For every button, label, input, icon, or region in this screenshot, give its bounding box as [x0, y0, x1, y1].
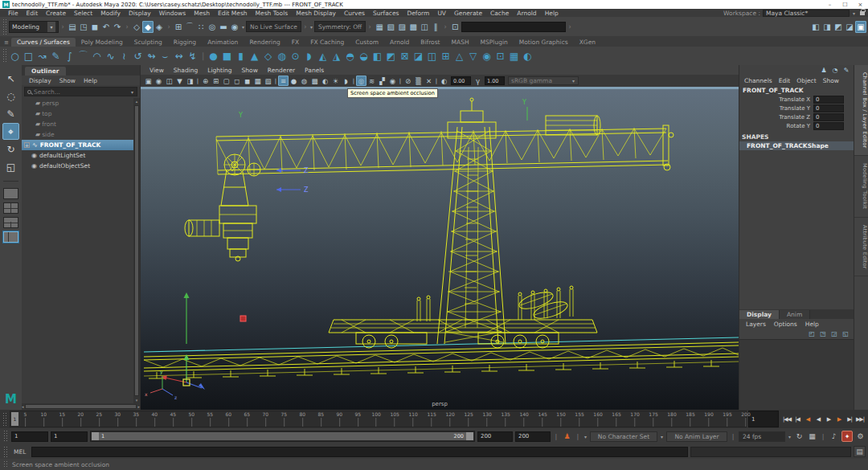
menu-display[interactable]: Display [125, 10, 155, 17]
bevel-icon[interactable]: ◧ [371, 48, 384, 63]
layer-menu-layers[interactable]: Layers [742, 321, 770, 328]
select-by-object-type-icon[interactable]: ◆ [142, 21, 154, 33]
menu-uv[interactable]: UV [433, 10, 450, 17]
render-view-icon[interactable]: ▦ [374, 21, 385, 33]
motion-blur-icon[interactable]: ≋ [366, 76, 377, 86]
make-object-live-icon[interactable]: ◉ [229, 21, 240, 33]
mel-toggle[interactable]: MEL [11, 448, 29, 456]
single-pane-layout-button[interactable] [3, 188, 18, 199]
select-camera-icon[interactable]: ▣ [143, 76, 154, 86]
group-separator[interactable]: › [124, 23, 130, 31]
attribute-editor-toggle-icon[interactable]: ◧ [810, 21, 821, 33]
depth-of-field-icon[interactable]: ◉ [387, 76, 398, 86]
tool-settings-toggle-icon[interactable]: ◨ [821, 21, 833, 33]
layer-tab-display[interactable]: Display [739, 310, 780, 319]
shelf-tab-custom[interactable]: Custom [350, 38, 384, 47]
panel-menu-renderer[interactable]: Renderer [263, 67, 300, 74]
range-fill[interactable] [92, 432, 473, 440]
menu-generate[interactable]: Generate [450, 10, 486, 17]
att-value-field[interactable]: 0 [813, 96, 844, 104]
layer-from-selected-ref-icon[interactable]: ◱ [841, 329, 850, 338]
wireframe-icon[interactable]: ≡ [278, 76, 289, 86]
detach-surfaces-icon[interactable]: ▽ [466, 48, 480, 63]
birail-icon[interactable]: ◓ [343, 48, 357, 63]
multisample-aa-icon[interactable]: ▞ [377, 76, 387, 86]
step-back-key-button[interactable]: ◀ [803, 413, 813, 425]
curve-fillet-icon[interactable]: ↯ [186, 48, 199, 63]
shelf-tab-poly-modeling[interactable]: Poly Modeling [76, 38, 129, 47]
tab-outliner[interactable]: Outliner [25, 67, 66, 76]
wireframe-on-shaded-icon[interactable]: ◍ [299, 76, 309, 86]
gate-mask-icon[interactable]: ◼ [242, 76, 252, 86]
lock-workspace-icon[interactable] [860, 11, 865, 15]
layer-tab-anim[interactable]: Anim [780, 310, 810, 319]
outliner-item-persp[interactable]: + persp [22, 98, 133, 108]
close-button[interactable]: × [853, 2, 868, 8]
expand-icon[interactable]: + [24, 142, 30, 148]
gamma-field[interactable]: 1.00 [485, 76, 505, 85]
insert-knot-icon[interactable]: ↺ [131, 48, 145, 63]
2d-pan-zoom-icon[interactable]: ⊕ [200, 76, 211, 86]
outliner-persp-layout-button[interactable] [3, 231, 18, 243]
live-surface-field[interactable]: No Live Surface [246, 21, 301, 32]
outliner-vertical-scrollbar[interactable]: ▴ ▾ [133, 98, 140, 403]
menu-edit[interactable]: Edit [23, 10, 43, 17]
outliner-menu-help[interactable]: Help [80, 77, 101, 84]
time-ruler[interactable]: 1 51015202530354045505560657075808590951… [10, 411, 747, 427]
clip-editor-icon[interactable]: ▦ [807, 431, 817, 442]
command-input[interactable] [31, 447, 688, 457]
menu-mesh[interactable]: Mesh [190, 10, 214, 17]
safe-action-icon[interactable]: ▧ [263, 76, 273, 86]
nurbs-plane-icon[interactable]: ◇ [261, 48, 275, 63]
modeling-toolkit-toggle-icon[interactable]: ◪ [844, 21, 855, 33]
open-scene-icon[interactable]: ◳ [78, 21, 89, 33]
workspace-dropdown[interactable]: Maya Classic* [763, 10, 850, 17]
att-value-field[interactable]: 0 [813, 104, 844, 112]
sidebar-tab-attribute-editor[interactable]: Attribute Editor [854, 218, 868, 277]
snap-to-point-icon[interactable]: ∷ [195, 21, 207, 33]
panel-menu-view[interactable]: View [145, 67, 169, 74]
rebuild-curve-icon[interactable]: ↭ [172, 48, 186, 63]
range-slider-grip[interactable] [3, 430, 7, 443]
shelf-tab-bifrost[interactable]: Bifrost [415, 38, 445, 47]
revolve-icon[interactable]: ⊙ [289, 48, 302, 63]
bookmarks-icon[interactable]: ▼ [174, 76, 185, 86]
speed-control-icon[interactable]: ◔ [830, 66, 840, 76]
set-key-character-icon[interactable]: ♟ [562, 431, 572, 442]
group-separator[interactable]: › [442, 23, 448, 31]
shelf-tab-curves-surfaces[interactable]: Curves / Surfaces [11, 38, 76, 47]
nurbs-cube-icon[interactable]: ■ [220, 48, 234, 63]
exposure-field[interactable]: 0.00 [451, 76, 471, 85]
select-tool[interactable]: ↖ [2, 70, 19, 87]
four-pane-layout-button[interactable] [3, 202, 18, 214]
object-details-icon[interactable]: ⊡ [449, 21, 461, 33]
group-separator[interactable]: › [59, 23, 66, 31]
channel-box-toggle-icon[interactable]: ◩ [833, 21, 844, 33]
outliner-item-defaultobjectset[interactable]: + defaultObjectSet [22, 161, 133, 171]
shelf-tab-motion-graphics[interactable]: Motion Graphics [514, 38, 574, 47]
outliner-item-defaultlightset[interactable]: + defaultLightSet [22, 150, 133, 161]
animation-preferences-icon[interactable]: ⚙ [855, 431, 866, 442]
shelf-tab-mash[interactable]: MASH [446, 38, 475, 47]
screen-space-ao-icon[interactable]: ◎ [356, 76, 366, 86]
menu-set-dropdown[interactable]: Modeling▾ [9, 21, 59, 33]
outliner-search-input[interactable]: Search... ▾ [24, 87, 137, 96]
scale-tool[interactable]: ◱ [2, 158, 19, 175]
untrim-icon[interactable]: ◫ [425, 48, 439, 63]
go-to-start-button[interactable]: |◀◀ [782, 413, 792, 425]
sound-toggle-icon[interactable]: ♪ [829, 431, 839, 442]
channel-menu-edit[interactable]: Edit [776, 77, 794, 84]
extend-curve-icon[interactable]: ↬ [145, 48, 158, 63]
two-point-arc-icon[interactable]: ◠ [90, 48, 104, 63]
field-chart-icon[interactable]: ▦ [252, 76, 263, 86]
maximize-button[interactable]: ☐ [837, 2, 853, 8]
planar-icon[interactable]: ◭ [316, 48, 330, 63]
shelf-grip[interactable] [2, 48, 6, 63]
menu-cache[interactable]: Cache [486, 10, 513, 17]
shelf-tab-rendering[interactable]: Rendering [244, 38, 285, 47]
range-start-handle[interactable] [92, 432, 99, 440]
panel-menu-panels[interactable]: Panels [300, 67, 329, 74]
lasso-select-tool[interactable]: ◌ [2, 88, 19, 104]
scroll-left-icon[interactable]: ◂ [22, 403, 24, 410]
rebuild-surface-icon[interactable]: ▦ [507, 48, 521, 63]
